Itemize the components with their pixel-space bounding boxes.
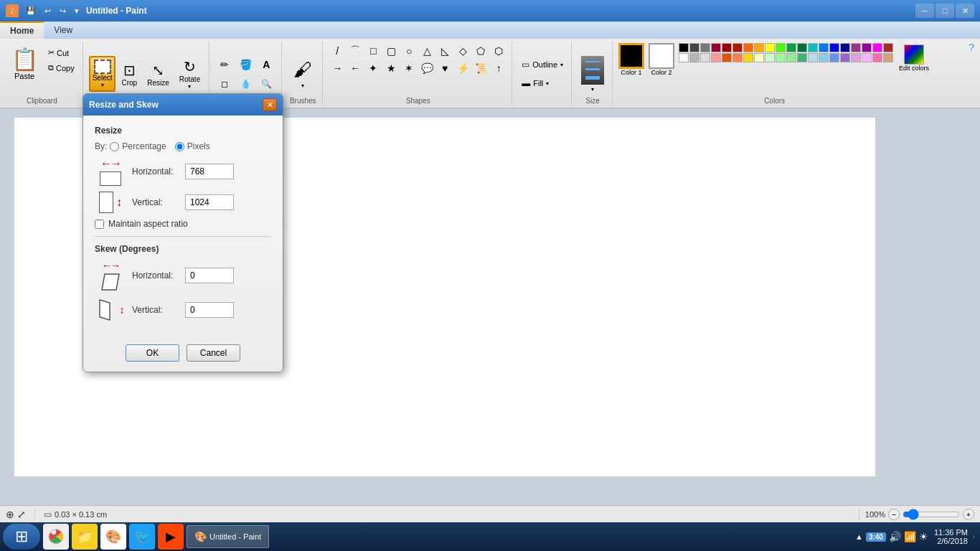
color-cell[interactable] bbox=[872, 53, 882, 62]
skew-vertical-input[interactable] bbox=[185, 302, 234, 318]
shape-star4[interactable]: ✦ bbox=[364, 60, 382, 76]
shape-rect[interactable]: □ bbox=[364, 43, 382, 59]
pixels-radio[interactable] bbox=[175, 142, 184, 151]
color-cell[interactable] bbox=[851, 43, 861, 52]
vertical-input[interactable] bbox=[185, 194, 234, 210]
quick-save-button[interactable]: 💾 bbox=[23, 5, 39, 17]
sun-icon[interactable]: ☀ bbox=[919, 531, 928, 542]
maintain-ratio-checkbox[interactable] bbox=[95, 220, 104, 229]
color-cell[interactable] bbox=[679, 43, 689, 52]
dialog-close-button[interactable]: ✕ bbox=[263, 98, 277, 111]
taskbar-media-icon[interactable]: ▶ bbox=[158, 524, 184, 550]
shape-line[interactable]: / bbox=[329, 43, 346, 59]
eraser-button[interactable]: ◻ bbox=[215, 75, 234, 93]
paste-button[interactable]: 📋 Paste bbox=[6, 43, 43, 84]
maintain-ratio-label[interactable]: Maintain aspect ratio bbox=[108, 219, 188, 229]
zoom-in-button[interactable]: + bbox=[963, 509, 974, 520]
maximize-button[interactable]: □ bbox=[936, 4, 954, 18]
shape-roundrect[interactable]: ▢ bbox=[382, 43, 400, 59]
color-cell[interactable] bbox=[786, 53, 796, 62]
quick-dropdown-button[interactable]: ▾ bbox=[72, 5, 82, 17]
color-cell[interactable] bbox=[776, 53, 786, 62]
horizontal-input[interactable] bbox=[185, 164, 234, 179]
system-clock[interactable]: 11:36 PM 2/6/2018 bbox=[934, 528, 968, 545]
network-icon[interactable]: 📶 bbox=[904, 531, 916, 542]
color-cell[interactable] bbox=[743, 53, 753, 62]
shape-arrow-left[interactable]: ← bbox=[347, 60, 364, 76]
ok-button[interactable]: OK bbox=[126, 344, 179, 362]
picker-button[interactable]: 💧 bbox=[236, 75, 255, 93]
color-cell[interactable] bbox=[883, 43, 893, 52]
rotate-button[interactable]: ↻ Rotate ▾ bbox=[175, 55, 204, 93]
color-cell[interactable] bbox=[829, 53, 839, 62]
outline-button[interactable]: ▭ Outline ▾ bbox=[518, 57, 567, 72]
color-cell[interactable] bbox=[711, 53, 721, 62]
color-cell[interactable] bbox=[883, 53, 893, 62]
text-button[interactable]: A bbox=[257, 55, 275, 74]
cancel-button[interactable]: Cancel bbox=[187, 344, 240, 362]
quick-redo-button[interactable]: ↪ bbox=[57, 5, 69, 17]
color-cell[interactable] bbox=[765, 43, 775, 52]
zoom-out-button[interactable]: − bbox=[888, 509, 900, 520]
shape-lightning[interactable]: ⚡ bbox=[454, 60, 471, 76]
percentage-radio[interactable] bbox=[110, 142, 119, 151]
color-cell[interactable] bbox=[722, 43, 732, 52]
percentage-radio-label[interactable]: Percentage bbox=[110, 141, 166, 151]
show-hidden-tray-button[interactable]: ▲ bbox=[855, 532, 863, 541]
shape-triangle[interactable]: △ bbox=[418, 43, 435, 59]
shape-scroll[interactable]: 📜 bbox=[472, 60, 489, 76]
shape-curve[interactable]: ⌒ bbox=[347, 43, 364, 59]
cut-button[interactable]: ✂ Cut bbox=[44, 46, 78, 60]
color-cell[interactable] bbox=[862, 53, 872, 62]
shape-star5[interactable]: ★ bbox=[382, 60, 400, 76]
taskbar-bird-icon[interactable]: 🐦 bbox=[129, 524, 155, 550]
tab-home[interactable]: Home bbox=[0, 22, 44, 39]
tab-view[interactable]: View bbox=[44, 22, 83, 39]
show-desktop-button[interactable] bbox=[974, 535, 977, 538]
shape-rightangle[interactable]: ◺ bbox=[436, 43, 453, 59]
shape-up-arrow[interactable]: ↑ bbox=[490, 60, 507, 76]
color-cell[interactable] bbox=[754, 53, 764, 62]
shape-ellipse[interactable]: ○ bbox=[400, 43, 418, 59]
skew-horizontal-input[interactable] bbox=[185, 268, 234, 283]
taskbar-paint-icon[interactable]: 🎨 bbox=[100, 524, 126, 550]
color-cell[interactable] bbox=[862, 43, 872, 52]
fill-mode-button[interactable]: ▬ Fill ▾ bbox=[518, 76, 567, 90]
volume-icon[interactable]: 🔊 bbox=[889, 531, 901, 542]
color-cell[interactable] bbox=[743, 43, 753, 52]
pixels-radio-label[interactable]: Pixels bbox=[175, 141, 210, 151]
pencil-button[interactable]: ✏ bbox=[215, 55, 234, 74]
color-cell[interactable] bbox=[840, 43, 850, 52]
shape-arrow-right[interactable]: → bbox=[329, 60, 346, 76]
color-cell[interactable] bbox=[776, 43, 786, 52]
color-cell[interactable] bbox=[829, 43, 839, 52]
color-cell[interactable] bbox=[679, 53, 689, 62]
color-cell[interactable] bbox=[797, 43, 807, 52]
help-button[interactable]: ? bbox=[969, 42, 974, 53]
color-cell[interactable] bbox=[797, 53, 807, 62]
start-button[interactable]: ⊞ bbox=[3, 524, 40, 550]
color-cell[interactable] bbox=[732, 53, 743, 62]
shape-star6[interactable]: ✶ bbox=[400, 60, 418, 76]
color-cell[interactable] bbox=[722, 53, 732, 62]
color-cell[interactable] bbox=[808, 53, 818, 62]
shape-speech[interactable]: 💬 bbox=[418, 60, 435, 76]
color-cell[interactable] bbox=[754, 43, 764, 52]
shape-pentagon[interactable]: ⬠ bbox=[472, 43, 489, 59]
color-cell[interactable] bbox=[819, 43, 829, 52]
resize-button[interactable]: ⤡ Resize bbox=[143, 59, 174, 90]
crop-button[interactable]: ⊡ Crop bbox=[117, 59, 141, 90]
color-cell[interactable] bbox=[732, 43, 743, 52]
color1-swatch[interactable] bbox=[618, 43, 644, 69]
color-cell[interactable] bbox=[786, 43, 796, 52]
color-cell[interactable] bbox=[808, 43, 818, 52]
shape-diamond[interactable]: ◇ bbox=[454, 43, 471, 59]
select-button[interactable]: Select ▾ bbox=[89, 56, 116, 92]
zoom-slider[interactable] bbox=[903, 509, 960, 520]
shape-hexagon[interactable]: ⬡ bbox=[490, 43, 507, 59]
shape-heart[interactable]: ♥ bbox=[436, 60, 453, 76]
color-cell[interactable] bbox=[851, 53, 861, 62]
taskbar-chrome-icon[interactable] bbox=[43, 524, 69, 550]
size-button[interactable]: ▾ bbox=[581, 43, 604, 105]
color2-swatch[interactable] bbox=[649, 43, 674, 69]
